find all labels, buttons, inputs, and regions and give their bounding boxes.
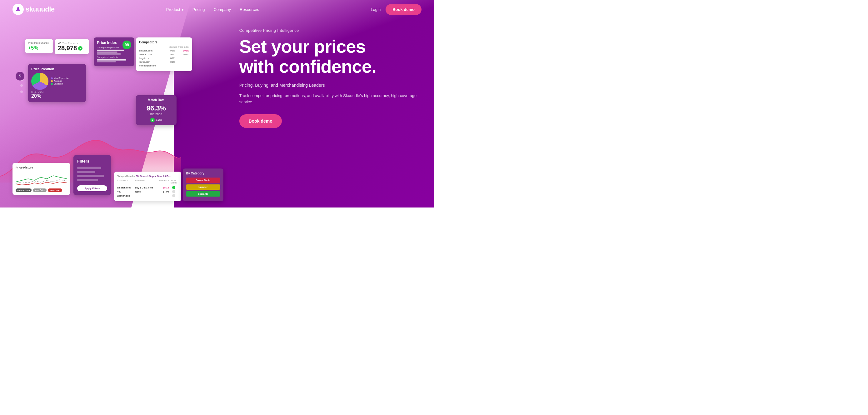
comp-row-walmart: walmart.com 96% 103% (139, 53, 189, 56)
brand-name: skuuudle (26, 5, 55, 13)
apply-filters-button[interactable]: Apply Filters (77, 185, 107, 191)
depth-label: Depth of Cut (31, 91, 83, 93)
card-filters: Filters Apply Filters (73, 155, 111, 195)
comp-row-homedepot: homedepot.com (139, 64, 189, 67)
avatar: S (16, 72, 24, 80)
tag-your-price: Your Price (33, 188, 46, 192)
pie-area: Most Expensive Average Cheapest (31, 73, 83, 90)
match-rate-label: matched (139, 112, 174, 116)
up-arrow-icon: ▲ (78, 46, 83, 50)
overpriced-label: Overpriced products (97, 56, 131, 59)
sparkline (16, 171, 67, 186)
filter-bar-3 (77, 175, 104, 177)
dot-expensive (51, 77, 53, 79)
category-lumber: Lumber (186, 184, 220, 190)
by-category-title: By Category (186, 172, 220, 175)
login-button[interactable]: Login (371, 7, 380, 12)
logo[interactable]: skuuudle (12, 4, 55, 15)
col-price-index: Price Index (177, 46, 189, 48)
tag-lowes: lowes.com (48, 188, 62, 192)
card-price-history: Price History amazon.com Your Price lowe… (12, 163, 70, 195)
depth-cut: Depth of Cut 20% (31, 91, 83, 99)
comp-table-header: Matched Price Index (139, 46, 189, 48)
filter-bar-1 (77, 167, 101, 169)
tag-amazon: amazon.com (16, 188, 32, 192)
hero-description: Track competitor pricing, promotions, an… (239, 93, 422, 106)
data-row-walmart: walmart.com (117, 194, 178, 197)
logo-icon (12, 4, 24, 15)
navbar: skuuudle Product ▾ Pricing Company Resou… (0, 0, 434, 19)
match-rate-title: Match Rate (139, 98, 174, 102)
book-demo-button-nav[interactable]: Book demo (385, 4, 422, 15)
card-price-index: Price Index 98 Underpriced products Over… (94, 37, 134, 66)
bar-1 (97, 49, 124, 51)
cards-area: S Price Index Change +5% Your Products 2… (6, 24, 249, 207)
dot-2 (20, 84, 23, 87)
chevron-down-icon: ▾ (182, 7, 184, 12)
match-rate-percent: 96.3% (139, 104, 174, 112)
pie-chart (31, 73, 49, 90)
your-products-label: Your Products (62, 42, 78, 45)
nav-right: Login Book demo (371, 4, 422, 15)
todays-data-header: Today's Data for 3M Scotch Super Glue 0.… (117, 175, 178, 178)
card-price-position: Price Position Most Expensive Average Ch… (28, 64, 86, 102)
category-power-tools: Power Tools (186, 178, 220, 183)
price-position-title: Price Position (31, 67, 83, 71)
hero-subtitle: Competitive Pricing Intelligence (239, 28, 422, 33)
filter-bar-4 (77, 179, 98, 181)
check-green-icon: ✓ (172, 186, 175, 189)
underpriced-label: Underpriced products (97, 46, 131, 49)
your-products-value: 28,978 ▲ (58, 45, 86, 52)
your-products-header: Your Products (58, 41, 86, 45)
nav-resources[interactable]: Resources (240, 7, 259, 12)
filters-title: Filters (77, 159, 107, 164)
bar-2 (97, 51, 118, 53)
bar-3 (97, 54, 121, 55)
price-tags: amazon.com Your Price lowes.com (16, 188, 67, 192)
dot-cheapest (51, 83, 53, 85)
hero-headline: Set your priceswith confidence. (239, 36, 422, 76)
legend-expensive: Most Expensive (51, 77, 69, 79)
nav-pricing[interactable]: Pricing (192, 7, 205, 12)
product-link[interactable]: 3M Scotch Super Glue 0.07oz (136, 175, 171, 178)
bar-5 (97, 61, 116, 62)
card-price-index-change: Price Index Change +5% (25, 39, 53, 54)
check-gray-icon-2 (172, 194, 175, 197)
col-matched: Matched (169, 46, 177, 48)
legend-cheapest: Cheapest (51, 83, 69, 85)
data-row-amazon: amazon.com Buy 1 Get 1 Free $5.13 ✓ (117, 186, 178, 189)
dot-average (51, 80, 53, 82)
up-badge-icon: ▲ (150, 118, 155, 122)
pie-legend: Most Expensive Average Cheapest (51, 77, 69, 85)
bar-4 (97, 59, 126, 61)
dot-3 (20, 91, 23, 93)
comp-row-target: target.com 80% (139, 57, 189, 60)
price-history-title: Price History (16, 166, 67, 169)
price-index-change-label: Price Index Change (28, 41, 50, 45)
hero-text: Competitive Pricing Intelligence Set you… (239, 28, 422, 128)
competitors-table: Matched Price Index amazon.com 98% 105% … (139, 46, 189, 67)
data-table-header: Competitor Promotion Shelf Price Stock S… (117, 179, 178, 185)
depth-value: 20% (31, 93, 83, 99)
svg-point-0 (17, 7, 19, 9)
nav-links: Product ▾ Pricing Company Resources (166, 7, 259, 12)
card-match-rate: Match Rate 96.3% matched ▲ 5.2% (136, 95, 177, 125)
nav-product[interactable]: Product ▾ (166, 7, 184, 12)
card-competitors: Competitors Matched Price Index amazon.c… (136, 37, 192, 71)
legend-average: Average (51, 80, 69, 82)
card-by-category: By Category Power Tools Lumber Sealants (183, 169, 223, 201)
match-rate-change: ▲ 5.2% (139, 118, 174, 122)
data-row-you: You None $7.00 (117, 190, 178, 193)
competitors-title: Competitors (139, 41, 189, 44)
comp-row-amazon: amazon.com 98% 105% (139, 49, 189, 52)
comp-row-lowes: lowes.com 83% (139, 61, 189, 63)
card-todays-data: Today's Data for 3M Scotch Super Glue 0.… (114, 172, 181, 201)
category-sealants: Sealants (186, 191, 220, 197)
card-your-products: Your Products 28,978 ▲ (55, 39, 89, 54)
filter-bar-2 (77, 171, 95, 173)
price-index-change-value: +5% (28, 45, 50, 51)
chart-icon (58, 41, 61, 45)
nav-company[interactable]: Company (213, 7, 231, 12)
hero-tagline: Pricing, Buying, and Merchandising Leade… (239, 83, 422, 88)
check-gray-icon (172, 190, 175, 193)
